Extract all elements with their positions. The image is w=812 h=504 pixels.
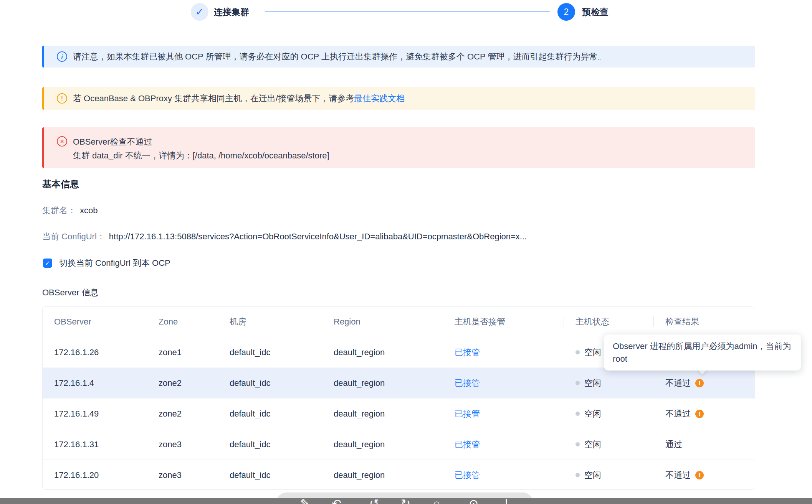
host-status-cell: 空闲: [564, 368, 654, 398]
column-header-4: 主机是否接管: [443, 307, 564, 337]
configurl-label: 当前 ConfigUrl：: [42, 232, 105, 241]
observer-info-heading: OBServer 信息: [42, 287, 99, 298]
divider-icon[interactable]: |: [505, 497, 508, 504]
switch-configurl-row: ✓ 切换当前 ConfigUrl 到本 OCP: [43, 257, 170, 269]
zone: zone3: [147, 429, 218, 460]
host-status-text: 空闲: [584, 377, 601, 389]
host-status-cell: 空闲: [564, 399, 654, 429]
undo-icon[interactable]: ↶: [332, 497, 341, 504]
region: deault_region: [322, 368, 443, 398]
takeover-link[interactable]: 已接管: [455, 347, 480, 358]
zone: zone2: [147, 368, 218, 398]
host-status-text: 空闲: [584, 347, 601, 358]
status-dot-icon: [576, 350, 580, 354]
rotate-left-icon[interactable]: ↺: [369, 497, 379, 504]
takeover-cell: 已接管: [443, 460, 564, 490]
takeover-link[interactable]: 已接管: [455, 469, 480, 481]
host-status-text: 空闲: [584, 469, 601, 481]
table-row: 172.16.1.31zone3default_idcdeault_region…: [43, 429, 755, 460]
status-dot-icon: [576, 473, 580, 477]
warning-exclamation-icon[interactable]: !: [695, 410, 704, 418]
host-status-text: 空闲: [584, 408, 601, 420]
observer-ip: 172.16.1.31: [43, 429, 147, 460]
warning-circle-icon: !: [57, 93, 67, 104]
wizard-stepper: ✓ 连接集群 2 预检查: [0, 0, 812, 25]
status-dot-icon: [576, 381, 580, 385]
stepper-connector-line: [265, 12, 550, 12]
check-result-text: 通过: [665, 439, 682, 450]
warning-exclamation-icon[interactable]: !: [695, 471, 704, 479]
zone: zone3: [147, 460, 218, 490]
check-result-text: 不通过: [665, 408, 691, 420]
warning-alert: ! 若 OceanBase & OBProxy 集群共享相同主机，在迁出/接管场…: [42, 87, 755, 110]
check-result-cell: 通过: [654, 429, 755, 460]
pen-icon[interactable]: ✎: [300, 497, 310, 504]
configurl-value: http://172.16.1.13:5088/services?Action=…: [109, 232, 527, 241]
check-result-tooltip: Observer 进程的所属用户必须为admin，当前为root: [604, 334, 801, 371]
observer-ip: 172.16.1.26: [43, 337, 147, 367]
screenshot-toolbar-icons: ✎↶↺↻○⊙|: [0, 497, 812, 504]
observer-ip: 172.16.1.20: [43, 460, 147, 490]
info-circle-icon: i: [57, 51, 67, 62]
switch-configurl-label: 切换当前 ConfigUrl 到本 OCP: [59, 257, 170, 269]
warning-exclamation-icon[interactable]: !: [695, 379, 704, 387]
error-alert-title: OBServer检查不通过: [73, 135, 329, 149]
error-alert: ✕ OBServer检查不通过 集群 data_dir 不统一，详情为：[/da…: [42, 127, 755, 168]
zone: zone1: [147, 337, 218, 367]
switch-configurl-checkbox[interactable]: ✓: [43, 259, 52, 268]
table-row: 172.16.1.49zone2default_idcdeault_region…: [43, 398, 755, 429]
pin-icon[interactable]: ⊙: [469, 497, 478, 504]
column-header-1: Zone: [147, 307, 218, 337]
cluster-name-value: xcob: [80, 206, 98, 215]
takeover-precheck-page: ✓ 连接集群 2 预检查 i 请注意，如果本集群已被其他 OCP 所管理，请务必…: [0, 0, 812, 504]
check-result-cell: 不通过!: [654, 399, 755, 429]
cluster-name-row: 集群名：xcob: [42, 205, 98, 216]
column-header-0: OBServer: [43, 307, 147, 337]
table-row: 172.16.1.20zone3default_idcdeault_region…: [43, 460, 755, 490]
observer-ip: 172.16.1.49: [43, 399, 147, 429]
check-result-text: 不通过: [665, 469, 691, 481]
region: deault_region: [322, 429, 443, 460]
best-practice-doc-link[interactable]: 最佳实践文档: [354, 94, 405, 103]
info-alert: i 请注意，如果本集群已被其他 OCP 所管理，请务必在对应的 OCP 上执行迁…: [42, 46, 755, 68]
column-header-2: 机房: [218, 307, 322, 337]
takeover-cell: 已接管: [443, 429, 564, 460]
host-status-cell: 空闲: [564, 460, 654, 490]
cluster-name-label: 集群名：: [42, 206, 76, 215]
takeover-link[interactable]: 已接管: [455, 408, 480, 420]
region: deault_region: [322, 337, 443, 367]
circle-icon[interactable]: ○: [433, 497, 440, 504]
observer-table-header: OBServerZone机房Region主机是否接管主机状态检查结果: [43, 307, 755, 337]
status-dot-icon: [576, 412, 580, 416]
step-number: 2: [564, 7, 569, 17]
table-row: 172.16.1.4zone2default_idcdeault_region已…: [43, 367, 755, 398]
rotate-right-icon[interactable]: ↻: [401, 497, 410, 504]
observer-table: OBServerZone机房Region主机是否接管主机状态检查结果 172.1…: [42, 306, 755, 490]
takeover-link[interactable]: 已接管: [455, 439, 480, 450]
step-done-circle: ✓: [191, 3, 208, 21]
column-header-5: 主机状态: [564, 307, 654, 337]
region: deault_region: [322, 399, 443, 429]
check-result-cell: 不通过!: [654, 460, 755, 490]
zone: zone2: [147, 399, 218, 429]
check-result-cell: 不通过!: [654, 368, 755, 398]
checkbox-check-icon: ✓: [45, 260, 50, 267]
idc: default_idc: [218, 399, 322, 429]
takeover-link[interactable]: 已接管: [455, 377, 480, 389]
idc: default_idc: [218, 460, 322, 490]
configurl-row: 当前 ConfigUrl：http://172.16.1.13:5088/ser…: [42, 231, 527, 242]
error-alert-detail: 集群 data_dir 不统一，详情为：[/data, /home/xcob/o…: [73, 149, 329, 163]
idc: default_idc: [218, 337, 322, 367]
region: deault_region: [322, 460, 443, 490]
takeover-cell: 已接管: [443, 399, 564, 429]
host-status-text: 空闲: [584, 439, 601, 450]
error-circle-icon: ✕: [57, 136, 67, 147]
info-alert-text: 请注意，如果本集群已被其他 OCP 所管理，请务必在对应的 OCP 上执行迁出集…: [73, 51, 606, 63]
step-precheck-label: 预检查: [582, 3, 609, 21]
error-alert-body: OBServer检查不通过 集群 data_dir 不统一，详情为：[/data…: [73, 135, 329, 163]
takeover-cell: 已接管: [443, 368, 564, 398]
column-header-6: 检查结果: [654, 307, 755, 337]
status-dot-icon: [576, 442, 580, 446]
host-status-cell: 空闲: [564, 429, 654, 460]
idc: default_idc: [218, 429, 322, 460]
